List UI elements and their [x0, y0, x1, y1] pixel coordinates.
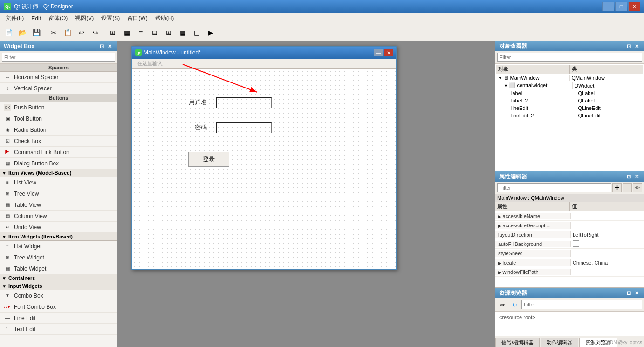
autofill-checkbox[interactable]	[573, 240, 579, 247]
menu-window[interactable]: 窗口(W)	[123, 14, 151, 23]
password-label: 密码	[179, 123, 207, 132]
resource-content: <resource root>	[495, 312, 644, 336]
resource-browser-float[interactable]: ⊡	[625, 290, 632, 296]
prop-edit-button[interactable]: ✏	[633, 183, 642, 192]
prop-row-autofill[interactable]: autoFillBackground	[495, 239, 644, 249]
username-input[interactable]	[216, 97, 272, 108]
obj-row-label2[interactable]: label_2 QLabel	[496, 97, 643, 104]
category-item-views-label: Item Views (Model-Based)	[8, 170, 72, 176]
widget-box-float[interactable]: ⊡	[98, 43, 105, 49]
menu-help[interactable]: 帮助(H)	[151, 14, 178, 23]
obj-row-centralwidget[interactable]: ▼ ⬜ centralwidget QWidget	[496, 82, 643, 89]
toolbar-align[interactable]: ≡	[134, 26, 147, 39]
toolbar-layout[interactable]: ▦	[120, 26, 133, 39]
canvas-area[interactable]: Qt MainWindow - untitled* — ✕ 在这里输入 用户名	[117, 41, 495, 347]
prop-accessible-desc-val	[571, 225, 644, 226]
toolbar-preview[interactable]: ▶	[204, 26, 217, 39]
widget-dialog-button-box[interactable]: ▦ Dialog Button Box	[0, 158, 117, 169]
object-col-class: 类	[570, 65, 644, 74]
object-inspector-close[interactable]: ✕	[633, 43, 640, 49]
widget-text-edit[interactable]: ¶ Text Edit	[0, 324, 117, 335]
toolbar-adjust[interactable]: ⊞	[162, 26, 175, 39]
minimize-button[interactable]: —	[602, 2, 614, 11]
property-editor-filter-input[interactable]	[497, 183, 611, 192]
password-input[interactable]	[216, 122, 272, 133]
widget-command-link-button[interactable]: ⯈ Command Link Button	[0, 147, 117, 158]
widget-push-button[interactable]: OK Push Button	[0, 102, 117, 113]
toolbar-align2[interactable]: ◫	[190, 26, 203, 39]
menu-file[interactable]: 文件(F)	[2, 14, 27, 23]
widget-undo-view[interactable]: ↩ Undo View	[0, 222, 117, 233]
close-button[interactable]: ✕	[628, 2, 640, 11]
widget-box-filter-input[interactable]	[2, 53, 115, 62]
qt-close-btn[interactable]: ✕	[384, 49, 393, 56]
widget-tree-widget[interactable]: ⊞ Tree Widget	[0, 252, 117, 263]
toolbar-save[interactable]: 💾	[30, 26, 43, 39]
obj-mainwindow-class: QMainWindow	[570, 75, 644, 81]
toolbar-undo[interactable]: ↩	[75, 26, 88, 39]
widget-box-close[interactable]: ✕	[106, 43, 113, 49]
obj-centralwidget-class: QWidget	[573, 82, 644, 89]
toolbar-cut[interactable]: ✂	[47, 26, 60, 39]
widget-check-box[interactable]: ☑ Check Box	[0, 136, 117, 147]
toolbar-open[interactable]: 📂	[16, 26, 29, 39]
widget-table-view[interactable]: ▦ Table View	[0, 199, 117, 211]
resource-refresh-button[interactable]: ↻	[509, 299, 520, 310]
obj-row-lineedit2[interactable]: lineEdit_2 QLineEdit	[496, 112, 643, 119]
widget-font-combo-box[interactable]: A▼ Font Combo Box	[0, 301, 117, 313]
menu-view[interactable]: 视图(V)	[71, 14, 97, 23]
resource-root-item[interactable]: <resource root>	[497, 313, 642, 321]
maximize-button[interactable]: □	[615, 2, 627, 11]
qt-menu-placeholder[interactable]: 在这里输入	[134, 59, 165, 68]
object-inspector-float[interactable]: ⊡	[625, 43, 632, 49]
prop-row-locale[interactable]: locale Chinese, China	[495, 258, 644, 267]
toolbar-redo[interactable]: ↪	[89, 26, 102, 39]
category-item-views-toggle[interactable]: ▼ Item Views (Model-Based)	[0, 169, 117, 177]
widget-horizontal-spacer[interactable]: ↔ Horizontal Spacer	[0, 72, 117, 83]
widget-table-widget[interactable]: ▦ Table Widget	[0, 263, 117, 274]
tab-action-editor[interactable]: 动作编辑器	[541, 338, 578, 347]
property-editor-close[interactable]: ✕	[633, 174, 640, 180]
menu-edit[interactable]: Edit	[27, 14, 45, 23]
obj-row-label[interactable]: label QLabel	[496, 89, 643, 97]
prop-add-button[interactable]: ✚	[612, 183, 622, 192]
widget-list-view[interactable]: ≡ List View	[0, 177, 117, 188]
widget-combo-box[interactable]: ▼ Combo Box	[0, 290, 117, 301]
widget-tree-view[interactable]: ⊞ Tree View	[0, 188, 117, 199]
toolbar-grid[interactable]: ▦	[176, 26, 189, 39]
object-inspector-filter-input[interactable]	[497, 53, 642, 62]
tab-signal-slot[interactable]: 信号/槽编辑器	[495, 338, 540, 347]
category-item-widgets-toggle[interactable]: ▼ Item Widgets (Item-Based)	[0, 233, 117, 241]
tool-button-icon: ▣	[4, 115, 11, 122]
resource-filter-input[interactable]	[521, 300, 642, 309]
widget-vertical-spacer[interactable]: ↕ Vertical Spacer	[0, 83, 117, 94]
toolbar-break-layout[interactable]: ⊟	[148, 26, 161, 39]
prop-row-accessible-name[interactable]: accessibleName	[495, 211, 644, 221]
menu-settings[interactable]: 设置(S)	[97, 14, 123, 23]
prop-row-accessible-desc[interactable]: accessibleDescripti...	[495, 221, 644, 230]
obj-row-lineedit[interactable]: lineEdit QLineEdit	[496, 104, 643, 112]
widget-list-widget[interactable]: ≡ List Widget	[0, 241, 117, 252]
prop-accessible-name-val	[571, 216, 644, 217]
prop-remove-button[interactable]: —	[623, 183, 632, 192]
prop-row-stylesheet[interactable]: styleSheet	[495, 249, 644, 258]
widget-column-view[interactable]: ▤ Column View	[0, 211, 117, 222]
prop-row-layout-dir[interactable]: layoutDirection LeftToRight	[495, 230, 644, 239]
qt-minimize-btn[interactable]: —	[374, 49, 383, 56]
widget-line-edit[interactable]: — Line Edit	[0, 313, 117, 324]
prop-locale-val: Chinese, China	[571, 259, 644, 266]
toolbar-copy[interactable]: 📋	[61, 26, 74, 39]
category-input-widgets-toggle[interactable]: ▼ Input Widgets	[0, 282, 117, 290]
property-editor-float[interactable]: ⊡	[625, 174, 632, 180]
resource-edit-button[interactable]: ✏	[497, 299, 507, 310]
widget-tool-button[interactable]: ▣ Tool Button	[0, 113, 117, 124]
category-containers-toggle[interactable]: ▼ Containers	[0, 274, 117, 282]
login-button[interactable]: 登录	[188, 152, 229, 167]
resource-browser-close[interactable]: ✕	[633, 290, 640, 296]
obj-row-mainwindow[interactable]: ▼ 🖥 MainWindow QMainWindow	[496, 74, 643, 82]
menu-form[interactable]: 窗体(O)	[45, 14, 71, 23]
prop-row-window-filepath[interactable]: windowFilePath	[495, 267, 644, 277]
toolbar-widget-editor[interactable]: ⊞	[106, 26, 119, 39]
toolbar-new[interactable]: 📄	[2, 26, 15, 39]
widget-radio-button[interactable]: ◉ Radio Button	[0, 124, 117, 136]
